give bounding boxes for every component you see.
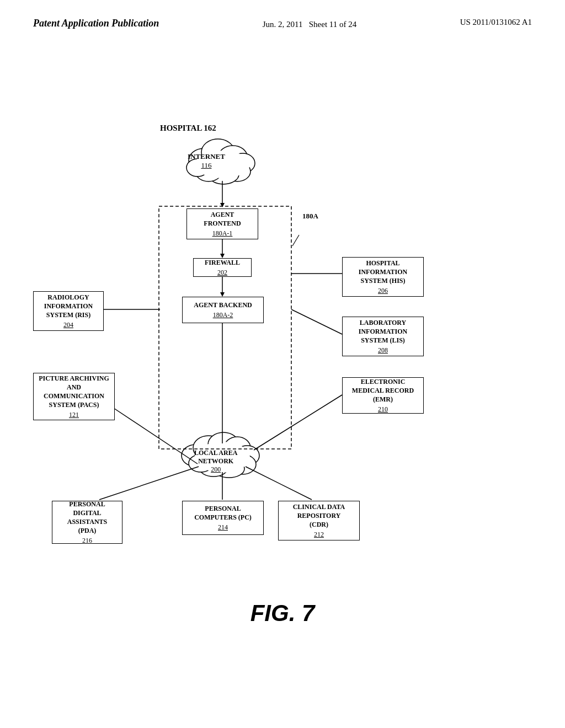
arrow-180a-label: [292, 235, 299, 246]
boundary-180a-label: 180A: [302, 212, 318, 221]
lis-box: LABORATORY INFORMATION SYSTEM (LIS) 208: [342, 317, 424, 356]
hospital-label: HOSPITAL 162: [160, 124, 216, 133]
svg-point-13: [235, 446, 259, 465]
lan-label: LOCAL AREA NETWORK 200: [194, 449, 237, 474]
pacs-box: PICTURE ARCHIVING AND COMMUNICATION SYST…: [33, 373, 115, 420]
arrow-head-3: [220, 292, 225, 297]
agent-frontend-box: AGENT FRONTEND 180A-1: [186, 208, 258, 239]
arrow-head-2: [220, 254, 225, 258]
ris-box: RADIOLOGY INFORMATION SYSTEM (RIS) 204: [33, 291, 104, 331]
pda-box: PERSONAL DIGITAL ASSISTANTS (PDA) 216: [52, 501, 122, 544]
emr-box: ELECTRONIC MEDICAL RECORD (EMR) 210: [342, 377, 424, 414]
line-backend-lis: [291, 309, 342, 334]
line-lan-pda: [99, 467, 199, 500]
sheet-info: Sheet 11 of 24: [309, 20, 357, 29]
pub-date: Jun. 2, 2011: [263, 20, 303, 29]
svg-point-4: [224, 162, 250, 181]
patent-number: US 2011/0131062 A1: [460, 18, 532, 27]
cdr-box: CLINICAL DATA REPOSITORY (CDR) 212: [278, 501, 360, 540]
page-header: Patent Application Publication Jun. 2, 2…: [0, 0, 565, 42]
line-lan-cdr: [246, 467, 312, 500]
his-box: HOSPITAL INFORMATION SYSTEM (HIS) 206: [342, 257, 424, 297]
diagram-svg: [0, 42, 565, 649]
line-lan-pacs: [110, 406, 198, 464]
pc-box: PERSONAL COMPUTERS (PC) 214: [182, 501, 264, 535]
boundary-180a: [159, 206, 291, 449]
arrow-head-1: [220, 203, 225, 207]
publication-title: Patent Application Publication: [33, 18, 159, 29]
diagram-area: HOSPITAL 162 INTERNET 116 180A AGENT FRO…: [0, 42, 565, 649]
internet-label: INTERNET 116: [188, 152, 225, 170]
line-lan-emr: [254, 395, 342, 450]
publication-date-sheet: Jun. 2, 2011 Sheet 11 of 24: [263, 18, 357, 31]
agent-backend-box: AGENT BACKEND 180A-2: [182, 297, 264, 323]
svg-point-3: [231, 153, 255, 173]
firewall-box: FIREWALL 202: [193, 258, 252, 277]
figure-caption: FIG. 7: [250, 600, 315, 627]
